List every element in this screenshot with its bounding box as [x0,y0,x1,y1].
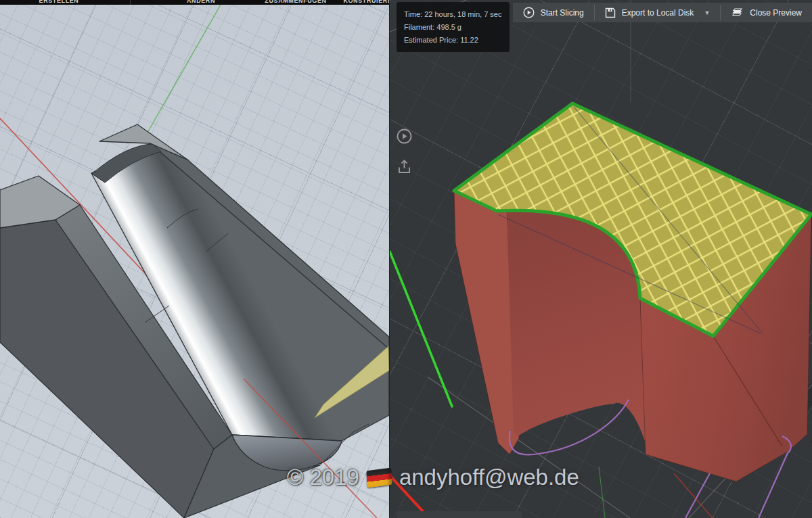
export-button[interactable]: Export to Local Disk ▼ [595,3,721,22]
menu-tab-erstellen[interactable]: ERSTELLEN [39,0,79,4]
viewport-tools [396,128,412,174]
slicer-toolbar: Start Slicing Export to Local Disk ▼ [513,3,812,22]
close-preview-label: Close Preview [750,8,802,18]
sliced-model[interactable] [454,103,811,481]
chevron-down-icon[interactable]: ▼ [704,9,710,16]
play-circle-icon[interactable] [396,128,412,144]
export-label: Export to Local Disk [622,8,694,18]
slicer-scene [390,0,812,518]
start-slicing-label: Start Slicing [541,8,584,18]
bottom-panel-edge [397,511,522,518]
start-slicing-button[interactable]: Start Slicing [513,3,594,22]
close-preview-button[interactable]: Close Preview [721,3,812,22]
save-icon [605,7,616,18]
menubar-separator [323,0,323,5]
menu-tab-zusammenfuegen[interactable]: ZUSAMMENFÜGEN [265,0,326,4]
menu-tab-konstruieren[interactable]: KONSTRUIEREN [343,0,389,4]
print-time: Time: 22 hours, 18 min, 7 sec [404,8,502,21]
print-stats-panel: Time: 22 hours, 18 min, 7 sec Filament: … [397,2,510,52]
menubar-separator [130,0,131,5]
cad-menubar: ERSTELLEN ÄNDERN ZUSAMMENFÜGEN KONSTRUIE… [0,0,389,5]
estimated-price: Estimated Price: 11.22 [404,34,502,47]
cad-model-vblock[interactable] [0,124,389,518]
layers-icon [731,7,744,18]
play-circle-icon [523,7,535,18]
slicer-viewport[interactable]: andyhoff [389,0,812,518]
split-screen: ERSTELLEN ÄNDERN ZUSAMMENFÜGEN KONSTRUIE… [0,0,812,518]
cad-viewport[interactable]: ERSTELLEN ÄNDERN ZUSAMMENFÜGEN KONSTRUIE… [0,0,389,518]
cad-scene [0,0,389,518]
menu-tab-aendern[interactable]: ÄNDERN [187,0,215,4]
upload-icon[interactable] [396,158,412,174]
filament-usage: Filament: 498.5 g [404,21,502,34]
